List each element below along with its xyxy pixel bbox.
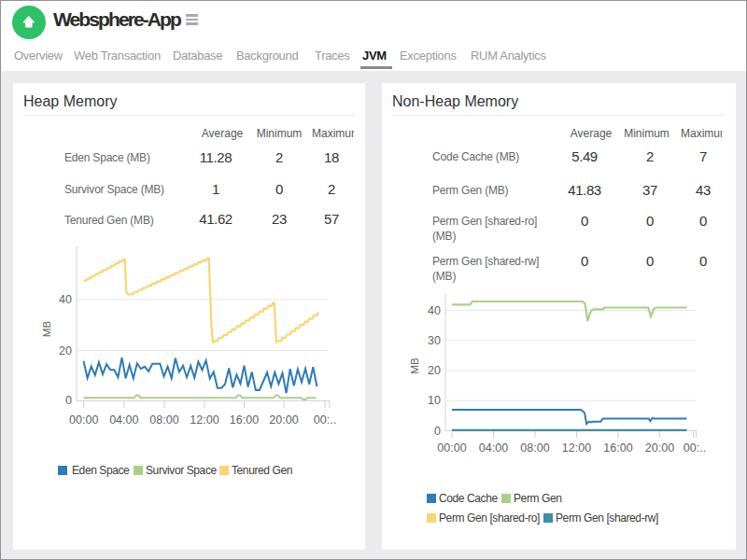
svg-text:04:00: 04:00: [109, 413, 138, 427]
svg-text:12:00: 12:00: [562, 441, 591, 455]
svg-text:0: 0: [65, 394, 72, 407]
svg-text:08:00: 08:00: [520, 441, 549, 455]
svg-text:04:00: 04:00: [479, 441, 508, 455]
svg-text:20: 20: [428, 364, 441, 377]
svg-text:40: 40: [59, 293, 72, 306]
svg-text:30: 30: [428, 334, 441, 347]
svg-text:16:00: 16:00: [230, 413, 259, 427]
svg-text:12:00: 12:00: [190, 413, 218, 427]
svg-text:20:00: 20:00: [645, 441, 674, 455]
svg-text:10: 10: [428, 394, 441, 407]
svg-text:0: 0: [434, 425, 441, 438]
svg-text:40: 40: [428, 304, 441, 317]
svg-text:20: 20: [59, 344, 72, 357]
svg-text:00:..: 00:..: [684, 441, 706, 455]
svg-text:08:00: 08:00: [149, 413, 178, 427]
svg-text:MB: MB: [41, 321, 52, 338]
svg-text:16:00: 16:00: [603, 441, 632, 455]
svg-text:20:00: 20:00: [269, 413, 298, 427]
svg-text:MB: MB: [409, 357, 420, 374]
svg-text:00:..: 00:..: [314, 413, 336, 427]
svg-text:00:00: 00:00: [437, 441, 466, 455]
svg-text:00:00: 00:00: [69, 413, 98, 427]
